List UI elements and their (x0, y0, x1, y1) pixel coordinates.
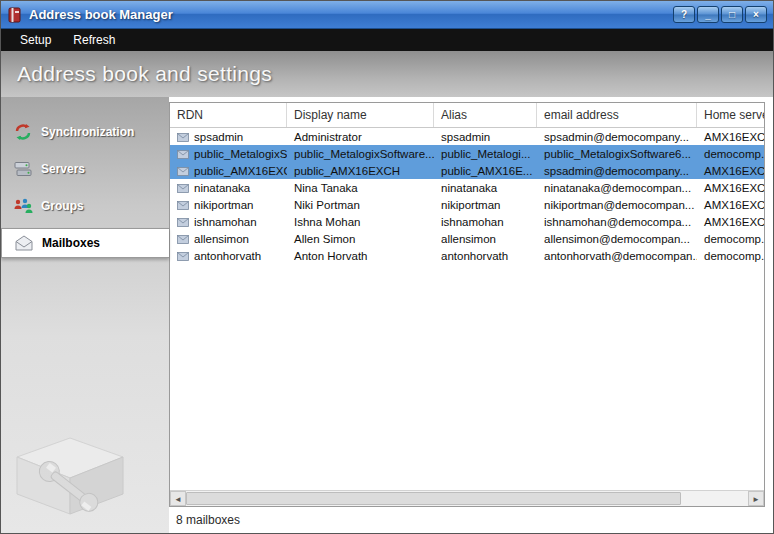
titlebar[interactable]: Address book Manager ? _ □ × (1, 1, 773, 29)
column-header-email-address[interactable]: email address (537, 103, 697, 127)
menu-refresh[interactable]: Refresh (62, 29, 126, 51)
window-title: Address book Manager (29, 7, 667, 22)
sidebar-item-label: Groups (41, 199, 84, 213)
cell-email: ishnamohan@democompa... (537, 213, 697, 230)
cell-display-name: Niki Portman (287, 196, 434, 213)
table-row[interactable]: allensimonAllen Simonallensimonallensimo… (170, 230, 764, 247)
cell-alias: spsadmin (434, 128, 537, 145)
mailbox-row-icon (177, 200, 189, 210)
cell-rdn: ishnamohan (170, 213, 287, 230)
table-row[interactable]: antonhorvathAnton Horvathantonhorvathant… (170, 247, 764, 264)
window-controls: ? _ □ × (673, 6, 767, 23)
cell-alias: public_Metalogi... (434, 145, 537, 162)
cell-home-server: AMX16EXCH (697, 162, 764, 179)
table-row[interactable]: ishnamohanIshna Mohanishnamohanishnamoha… (170, 213, 764, 230)
cell-home-server: AMX16EXCH (697, 128, 764, 145)
horizontal-scrollbar[interactable]: ◄ ► (170, 490, 764, 506)
cell-home-server: democomp... (697, 247, 764, 264)
menubar: Setup Refresh (1, 29, 773, 51)
maximize-button[interactable]: □ (721, 6, 743, 23)
scroll-right-arrow[interactable]: ► (748, 491, 764, 506)
cell-email: nikiportman@democompan... (537, 196, 697, 213)
table-row[interactable]: spsadminAdministratorspsadminspsadmin@de… (170, 128, 764, 145)
cell-rdn: antonhorvath (170, 247, 287, 264)
cell-text: nikiportman (441, 199, 500, 211)
column-header-rdn[interactable]: RDN (170, 103, 287, 127)
cell-text: public_AMX16E... (441, 165, 532, 177)
table-header-row: RDN Display name Alias email address Hom… (170, 103, 764, 128)
cell-text: Niki Portman (294, 199, 360, 211)
mailbox-count: 8 mailboxes (176, 513, 240, 527)
mailbox-row-icon (177, 149, 189, 159)
cell-text: AMX16EXCH (704, 216, 764, 228)
cell-text: spsadmin (194, 131, 243, 143)
cell-rdn: public_MetalogixS... (170, 145, 287, 162)
scrollbar-thumb[interactable] (186, 492, 681, 505)
address-book-manager-window: Address book Manager ? _ □ × Setup Refre… (0, 0, 774, 534)
close-button[interactable]: × (745, 6, 767, 23)
cell-display-name: public_AMX16EXCH (287, 162, 434, 179)
cell-text: ninatanaka (194, 182, 250, 194)
cell-text: ninatanaka@democompan... (544, 182, 691, 194)
column-header-alias[interactable]: Alias (434, 103, 537, 127)
cell-text: spsadmin@democompany... (544, 131, 689, 143)
statusbar: 8 mailboxes (169, 507, 765, 533)
cell-display-name: Administrator (287, 128, 434, 145)
mailbox-row-icon (177, 217, 189, 227)
cell-text: Administrator (294, 131, 362, 143)
cell-text: public_MetalogixS... (194, 148, 287, 160)
cell-display-name: public_MetalogixSoftware... (287, 145, 434, 162)
cell-rdn: spsadmin (170, 128, 287, 145)
table-row[interactable]: nikiportmanNiki Portmannikiportmannikipo… (170, 196, 764, 213)
minimize-button[interactable]: _ (697, 6, 719, 23)
sidebar-item-servers[interactable]: Servers (1, 154, 169, 184)
window-body: Synchronization Servers (1, 97, 773, 533)
cell-text: allensimon@democompan... (544, 233, 690, 245)
cell-text: spsadmin@democompany... (544, 165, 689, 177)
cell-email: public_MetalogixSoftware6... (537, 145, 697, 162)
cell-text: AMX16EXCH (704, 199, 764, 211)
cell-text: AMX16EXCH (704, 182, 764, 194)
cell-rdn: public_AMX16EXCH (170, 162, 287, 179)
table-row[interactable]: public_AMX16EXCHpublic_AMX16EXCHpublic_A… (170, 162, 764, 179)
cell-text: Nina Tanaka (294, 182, 358, 194)
scroll-left-arrow[interactable]: ◄ (170, 491, 186, 506)
column-header-display-name[interactable]: Display name (287, 103, 434, 127)
column-header-home-server[interactable]: Home server (697, 103, 764, 127)
cell-email: ninatanaka@democompan... (537, 179, 697, 196)
table-row[interactable]: ninatanakaNina Tanakaninatanakaninatanak… (170, 179, 764, 196)
cell-text: antonhorvath (194, 250, 261, 262)
cell-text: democomp... (704, 148, 764, 160)
cell-text: ishnamohan (194, 216, 257, 228)
sidebar-item-mailboxes[interactable]: Mailboxes (1, 228, 169, 258)
sidebar-item-groups[interactable]: Groups (1, 191, 169, 221)
cell-text: public_MetalogixSoftware... (294, 148, 434, 160)
cell-text: nikiportman@democompan... (544, 199, 694, 211)
mailbox-row-icon (177, 251, 189, 261)
cell-text: public_AMX16EXCH (294, 165, 400, 177)
mailbox-table-body: spsadminAdministratorspsadminspsadmin@de… (170, 128, 764, 490)
cell-text: public_AMX16EXCH (194, 165, 287, 177)
page-header: Address book and settings (1, 51, 773, 97)
cell-email: spsadmin@democompany... (537, 128, 697, 145)
mailbox-row-icon (177, 183, 189, 193)
cell-rdn: allensimon (170, 230, 287, 247)
sidebar-item-synchronization[interactable]: Synchronization (1, 117, 169, 147)
help-button[interactable]: ? (673, 6, 695, 23)
cell-alias: allensimon (434, 230, 537, 247)
cell-home-server: AMX16EXCH (697, 179, 764, 196)
scrollbar-track[interactable] (186, 491, 748, 506)
cell-text: nikiportman (194, 199, 253, 211)
mailbox-row-icon (177, 166, 189, 176)
cell-display-name: Anton Horvath (287, 247, 434, 264)
mailbox-row-icon (177, 234, 189, 244)
cell-text: Anton Horvath (294, 250, 368, 262)
menu-setup[interactable]: Setup (9, 29, 62, 51)
cell-email: allensimon@democompan... (537, 230, 697, 247)
cell-alias: nikiportman (434, 196, 537, 213)
main-panel: RDN Display name Alias email address Hom… (169, 97, 773, 533)
table-row[interactable]: public_MetalogixS...public_MetalogixSoft… (170, 145, 764, 162)
sidebar: Synchronization Servers (1, 97, 169, 533)
cell-text: public_MetalogixSoftware6... (544, 148, 691, 160)
cell-email: spsadmin@democompany... (537, 162, 697, 179)
